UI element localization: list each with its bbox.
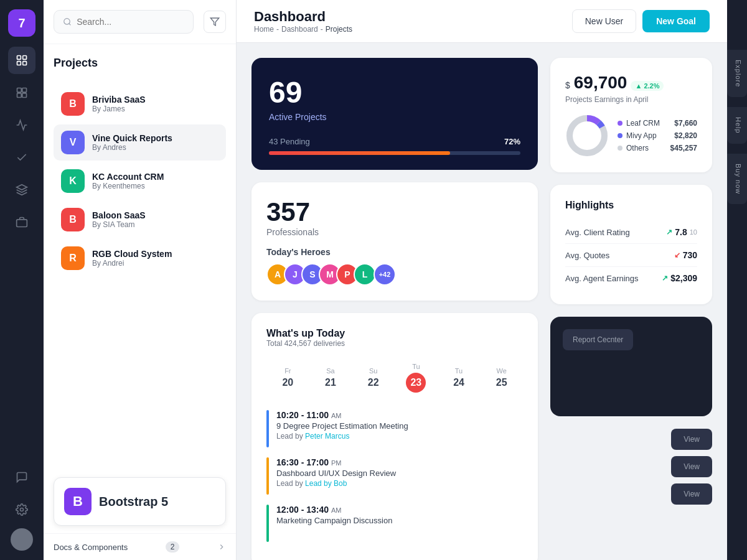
svg-rect-5	[22, 88, 27, 93]
sidebar-item-layers[interactable]	[8, 176, 35, 203]
cal-day-25[interactable]: We 25	[480, 362, 523, 393]
explore-tab[interactable]: Explore	[727, 50, 747, 97]
event-ampm-2: AM	[331, 506, 342, 514]
progress-section: 43 Pending 72%	[269, 137, 520, 155]
project-item-kc[interactable]: K KC Account CRM By Keenthemes	[54, 163, 226, 199]
highlight-row-1: Avg. Quotes ↙ 730	[565, 244, 697, 267]
view-button-1[interactable]: View	[671, 429, 712, 450]
cal-day-22[interactable]: Su 22	[352, 362, 395, 393]
buy-tab[interactable]: Buy now	[727, 154, 747, 204]
svg-point-11	[64, 19, 70, 24]
sidebar-item-grid[interactable]	[8, 79, 35, 106]
project-info-kc: KC Account CRM By Keenthemes	[92, 172, 164, 190]
donut-section: Leaf CRM $7,660 Mivy App $2,820	[565, 114, 697, 157]
dashboard-left-col: 69 Active Projects 43 Pending 72% 357 Pr…	[251, 58, 538, 545]
projects-section: Projects	[44, 44, 236, 86]
user-avatar[interactable]	[11, 528, 33, 551]
project-item-rgb[interactable]: R RGB Cloud System By Andrei	[54, 240, 226, 276]
legend-and-values: Leaf CRM $7,660 Mivy App $2,820	[618, 119, 697, 152]
svg-rect-4	[17, 88, 22, 93]
highlight-number-0: 7.8	[675, 227, 687, 237]
report-center-panel: Report Cecnter	[550, 317, 712, 416]
bootstrap-banner: B Bootstrap 5	[54, 477, 226, 526]
project-info-vine: Vine Quick Reports By Andres	[92, 133, 172, 152]
event-lead-1: Lead by Lead by Bob	[276, 479, 396, 488]
calendar-header: What's up Today Total 424,567 deliveries	[266, 328, 523, 348]
project-item-baloon[interactable]: B Baloon SaaS By SIA Team	[54, 202, 226, 238]
user-number-badge[interactable]: 7	[8, 9, 35, 37]
legend-dot-1	[618, 133, 622, 138]
legend-dot-2	[618, 146, 622, 151]
docs-label: Docs & Components	[54, 543, 128, 552]
report-center-button[interactable]: Report Cecnter	[563, 329, 633, 350]
active-projects-count: 69	[269, 75, 520, 110]
sidebar-bottom	[8, 464, 35, 551]
event-time-1: 16:30 - 17:00	[276, 457, 329, 467]
svg-rect-2	[17, 62, 21, 65]
legend-item-2: Others $45,257	[618, 144, 697, 152]
cal-day-23[interactable]: Tu 23	[395, 358, 438, 398]
earnings-dollar: $	[565, 80, 570, 90]
docs-row[interactable]: Docs & Components 2	[44, 533, 236, 560]
event-time-2: 12:00 - 13:40	[276, 505, 329, 515]
event-bar-2	[266, 505, 269, 542]
view-button-2[interactable]: View	[671, 456, 712, 477]
professionals-card: 357 Professionals Today's Heroes A J S M…	[251, 182, 538, 301]
cal-day-20[interactable]: Fr 20	[266, 362, 309, 393]
event-lead-link-1[interactable]: Lead by Bob	[305, 479, 347, 488]
search-input[interactable]	[77, 17, 184, 27]
sidebar-item-message[interactable]	[8, 464, 35, 491]
svg-rect-1	[23, 56, 27, 60]
cal-day-21[interactable]: Sa 21	[309, 362, 352, 393]
sidebar-item-settings[interactable]	[8, 496, 35, 523]
view-button-3[interactable]: View	[671, 483, 712, 505]
project-item-briviba[interactable]: B Briviba SaaS By James	[54, 86, 226, 122]
cal-day-24[interactable]: Tu 24	[438, 362, 481, 393]
project-list: B Briviba SaaS By James V Vine Quick Rep…	[44, 86, 236, 278]
pending-count: 43 Pending	[269, 137, 310, 146]
view-buttons: View View View	[550, 429, 712, 505]
new-user-button[interactable]: New User	[572, 9, 636, 33]
help-tab[interactable]: Help	[727, 107, 747, 144]
heroes-avatars: A J S M P L +42	[266, 263, 523, 286]
sidebar-item-chart[interactable]	[8, 111, 35, 139]
docs-count: 2	[166, 541, 180, 553]
sidebar-item-dashboard[interactable]	[8, 47, 35, 74]
event-time-0: 10:20 - 11:00	[276, 410, 329, 420]
highlight-sub-0: 10	[690, 228, 697, 236]
dashboard-right-col: $ 69,700 ▲ 2.2% Projects Earnings in Apr…	[550, 58, 712, 545]
event-details-2: 12:00 - 13:40 AM Marketing Campaign Disc…	[276, 505, 392, 525]
sidebar-item-briefcase[interactable]	[8, 208, 35, 236]
new-goal-button[interactable]: New Goal	[642, 10, 710, 32]
earnings-amount: $ 69,700 ▲ 2.2%	[565, 73, 697, 93]
filter-button[interactable]	[204, 11, 226, 33]
pending-pct: 72%	[504, 137, 520, 146]
earnings-badge: ▲ 2.2%	[631, 81, 664, 91]
calendar-subtitle: Total 424,567 deliveries	[266, 339, 523, 348]
event-bar-0	[266, 410, 269, 447]
header-left: Dashboard Home - Dashboard - Projects	[254, 9, 352, 34]
event-name-1: Dashboard UI/UX Design Review	[276, 469, 396, 478]
left-panel: Projects B Briviba SaaS By James V Vine …	[44, 0, 237, 560]
arrow-down-icon-1: ↙	[674, 251, 680, 259]
highlight-row-0: Avg. Client Rating ↗ 7.8 10	[565, 221, 697, 244]
legend-label-1: Mivy App	[626, 131, 657, 140]
event-lead-link-0[interactable]: Peter Marcus	[305, 432, 349, 441]
svg-marker-8	[17, 185, 27, 190]
sidebar-item-check[interactable]	[8, 144, 35, 171]
project-item-vine[interactable]: V Vine Quick Reports By Andres	[54, 124, 226, 161]
heroes-more: +42	[374, 263, 396, 286]
project-icon-briviba: B	[61, 92, 85, 116]
event-item-1: 16:30 - 17:00 PM Dashboard UI/UX Design …	[266, 457, 523, 495]
highlight-number-2: $2,309	[670, 273, 697, 283]
donut-chart	[565, 114, 609, 157]
search-input-wrap[interactable]	[54, 10, 194, 34]
event-item-0: 10:20 - 11:00 AM 9 Degree Project Estima…	[266, 410, 523, 447]
highlights-card: Highlights Avg. Client Rating ↗ 7.8 10 A…	[550, 185, 712, 304]
project-icon-kc: K	[61, 169, 85, 193]
bootstrap-icon: B	[64, 488, 92, 515]
arrow-up-icon-0: ↗	[666, 228, 672, 236]
header: Dashboard Home - Dashboard - Projects Ne…	[237, 0, 727, 43]
header-actions: New User New Goal	[572, 9, 710, 33]
hero-avatar-5: L	[354, 263, 376, 286]
